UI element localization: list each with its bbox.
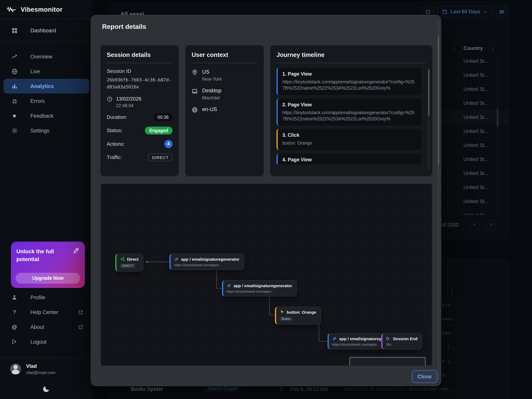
sidebar-nav: Overview Live Analytics Errors xyxy=(0,49,93,138)
timeline-item[interactable]: 3. Click button: Orange xyxy=(277,129,421,150)
map-pin-icon xyxy=(192,69,198,76)
sidebar-item-label: Dashboard xyxy=(30,27,56,33)
link-icon xyxy=(227,283,231,288)
journey-timeline-card: Journey timeline 1. Page View https://ti… xyxy=(270,45,433,176)
enter-icon xyxy=(120,257,125,261)
dark-mode-toggle[interactable] xyxy=(42,385,50,393)
device-item: Desktop MacIntel xyxy=(192,88,257,101)
moon-icon xyxy=(42,385,50,393)
sidebar-item-overview[interactable]: Overview xyxy=(4,49,89,64)
sidebar-item-help-center[interactable]: ? Help Center xyxy=(0,305,93,320)
modal-scrollbar[interactable] xyxy=(438,21,439,380)
node-sub: Button xyxy=(280,317,292,321)
star-icon: ★ xyxy=(11,113,18,119)
platform: MacIntel xyxy=(202,95,222,101)
user-context-title: User context xyxy=(192,51,257,63)
graph-node-page-3[interactable]: app / emailsignaturegenerator https://ti… xyxy=(328,333,382,349)
timeline-step-label: 3. Click xyxy=(282,133,417,138)
sidebar-secondary-menu: Profile ? Help Center @ About L xyxy=(0,290,93,349)
app-root: Vibesmonitor Dashboard Overview Li xyxy=(0,0,532,399)
bug-icon xyxy=(11,98,18,104)
location-item: US New York xyxy=(192,69,257,82)
country-code: US xyxy=(202,69,222,75)
timeline-item[interactable]: 2. Page View https://tinytoolstack.com/a… xyxy=(277,98,421,125)
external-link-icon xyxy=(78,309,83,315)
status-badge: Engaged xyxy=(145,126,172,134)
timeline-step-detail: https://tinytoolstack.com/app/emailsigna… xyxy=(282,79,417,91)
sidebar-item-dashboard[interactable]: Dashboard xyxy=(0,23,93,38)
device-type: Desktop xyxy=(202,88,222,94)
dashboard-grid-icon xyxy=(11,27,18,34)
waveform-logo-icon xyxy=(7,6,17,13)
actions-label: Actions: xyxy=(107,141,125,147)
journey-graph[interactable]: Direct DIRECT app / emailsignaturegenera… xyxy=(101,184,432,366)
timeline-item[interactable]: 1. Page View https://tinytoolstack.com/a… xyxy=(277,68,421,95)
report-details-modal: Report details Session details Session I… xyxy=(91,15,441,386)
graph-node-click[interactable]: button: Orange Button xyxy=(275,307,321,325)
duration-label: Duration: xyxy=(107,114,127,120)
node-title: app / emailsignaturegenerator xyxy=(181,257,240,261)
sidebar-item-label: Analytics xyxy=(30,83,54,89)
cursor-icon xyxy=(280,310,284,315)
at-sign-icon: @ xyxy=(11,324,18,330)
link-icon xyxy=(332,336,337,341)
user-name: Vlad xyxy=(26,363,56,369)
external-link-icon xyxy=(78,324,83,329)
graph-node-session-end[interactable]: Session End 36s xyxy=(381,333,422,349)
duration-badge: 00:36 xyxy=(153,113,172,121)
scrollbar-thumb[interactable] xyxy=(428,70,430,116)
city: New York xyxy=(202,76,222,82)
question-icon: ? xyxy=(11,309,18,315)
sidebar-item-analytics[interactable]: Analytics xyxy=(4,79,89,94)
graph-node-page-2[interactable]: app / emailsignaturegenerator https://ti… xyxy=(222,280,297,296)
session-id-value: 26b936fb-7b03-4c36-b87d-d83a03a5026e xyxy=(107,77,172,90)
session-id-label: Session ID xyxy=(107,68,172,74)
close-button[interactable]: Close xyxy=(412,370,437,383)
sidebar-item-about[interactable]: @ About xyxy=(0,320,93,334)
node-sub: DIRECT xyxy=(120,264,136,268)
sidebar-item-profile[interactable]: Profile xyxy=(0,290,93,305)
user-email: vlad@mail.com xyxy=(26,370,56,375)
traffic-label: Traffic: xyxy=(107,154,122,160)
graph-node-page-1[interactable]: app / emailsignaturegenerator https://ti… xyxy=(169,254,244,270)
timeline-step-label: 1. Page View xyxy=(282,71,417,77)
rocket-icon xyxy=(73,247,80,254)
globe-icon xyxy=(192,107,198,113)
scrollbar-thumb[interactable] xyxy=(438,36,439,165)
sidebar-item-live[interactable]: Live xyxy=(4,64,89,79)
sidebar-item-label: Help Center xyxy=(30,309,58,315)
timeline-step-label: 2. Page View xyxy=(282,102,417,107)
app-title: Vibesmonitor xyxy=(21,6,63,13)
graph-minimap[interactable] xyxy=(349,357,426,366)
actions-count-badge: 4 xyxy=(164,140,172,148)
node-title: button: Orange xyxy=(287,310,316,315)
session-date: 13/02/2026 xyxy=(116,96,141,102)
clock-icon xyxy=(107,96,113,108)
session-time: 22:48:04 xyxy=(116,103,141,108)
sidebar-item-logout[interactable]: Logout xyxy=(0,334,93,349)
journey-timeline-title: Journey timeline xyxy=(277,51,426,63)
upgrade-title: Unlock the full potential xyxy=(16,247,65,263)
user-context-card: User context US New York Desktop MacInte… xyxy=(185,45,264,176)
logout-icon xyxy=(11,339,18,345)
upgrade-button[interactable]: Upgrade Now xyxy=(16,273,80,284)
sidebar-item-label: Profile xyxy=(30,294,45,300)
sidebar: Vibesmonitor Dashboard Overview Li xyxy=(0,0,93,399)
session-details-title: Session details xyxy=(107,51,172,63)
sidebar-item-feedback[interactable]: ★ Feedback xyxy=(4,108,89,123)
timeline-scrollbar[interactable] xyxy=(428,68,430,170)
timeline-step-detail: button: Orange xyxy=(282,140,417,147)
node-sub: https://tinytoolstack.com/app/e... xyxy=(174,263,240,267)
sidebar-item-settings[interactable]: Settings xyxy=(4,123,89,138)
node-sub: 36s xyxy=(386,342,418,346)
language-item: en-US xyxy=(192,106,257,113)
user-profile[interactable]: Vlad vlad@mail.com xyxy=(0,358,93,375)
sidebar-item-label: About xyxy=(30,324,44,330)
node-sub: https://tinytoolstack.com/app/e... xyxy=(332,342,378,346)
trend-icon xyxy=(11,53,18,60)
bar-chart-icon xyxy=(11,83,18,90)
sidebar-item-errors[interactable]: Errors xyxy=(4,94,89,108)
sidebar-item-label: Feedback xyxy=(30,113,54,119)
timeline-item[interactable]: 4. Page View xyxy=(277,153,421,164)
graph-node-direct[interactable]: Direct DIRECT xyxy=(115,254,143,272)
